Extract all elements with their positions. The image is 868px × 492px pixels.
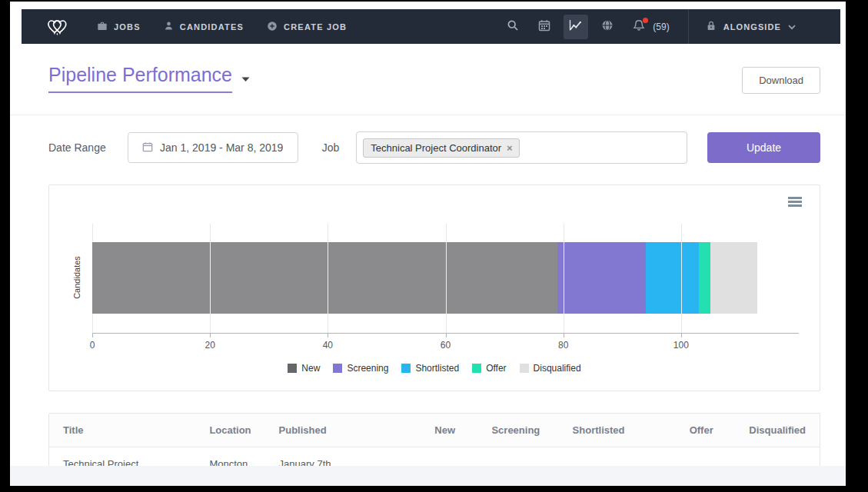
legend-swatch <box>288 364 297 373</box>
date-range-value: Jan 1, 2019 - Mar 8, 2019 <box>160 141 283 154</box>
x-tick-mark <box>328 333 328 337</box>
x-tick-mark <box>446 333 447 337</box>
chart-card: Candidates 020406080100 NewScreeningShor… <box>48 184 820 391</box>
chart-plot-wrapper: Candidates 020406080100 <box>92 224 799 357</box>
x-tick-mark <box>564 333 564 337</box>
calendar-icon <box>538 19 550 35</box>
line-chart-icon <box>569 19 583 35</box>
job-tag-chip: Technical Project Coordinator × <box>363 138 519 158</box>
legend-item-shortlisted[interactable]: Shortlisted <box>401 363 459 374</box>
app-window: JOBS CANDIDATES CREATE JOB <box>10 2 846 486</box>
plus-circle-icon <box>267 21 278 33</box>
legend-swatch <box>401 364 411 373</box>
x-tick-label: 60 <box>441 340 451 351</box>
x-tick-label: 100 <box>673 340 689 351</box>
bar-segment-shortlisted[interactable] <box>646 242 699 314</box>
nav-item-label: JOBS <box>114 22 141 32</box>
column-header-screening: Screening <box>469 414 554 447</box>
nav-item-label: CANDIDATES <box>180 22 244 32</box>
nav-item-jobs[interactable]: JOBS <box>97 21 141 33</box>
navbar-divider <box>688 9 689 44</box>
bar-segment-new[interactable] <box>92 242 557 314</box>
y-axis-label: Candidates <box>72 256 81 299</box>
job-tag-label: Technical Project Coordinator <box>371 142 501 154</box>
legend-swatch <box>333 364 342 373</box>
bar-segment-screening[interactable] <box>557 242 646 314</box>
page-header: Pipeline Performance Download <box>10 44 846 115</box>
x-tick-label: 0 <box>90 340 95 351</box>
chevron-down-icon <box>788 22 796 32</box>
bar-gridline-overlay <box>564 242 564 314</box>
page-title: Pipeline Performance <box>48 64 232 93</box>
column-header-location: Location <box>195 414 264 447</box>
alongside-hearts-logo-icon <box>45 14 72 40</box>
x-tick-mark <box>92 333 93 337</box>
column-header-title: Title <box>49 414 195 447</box>
legend-label: Disqualified <box>534 363 581 374</box>
report-selector[interactable]: Pipeline Performance <box>48 64 250 93</box>
date-range-input[interactable]: Jan 1, 2019 - Mar 8, 2019 <box>128 132 298 163</box>
caret-down-icon <box>241 71 250 85</box>
filter-bar: Date Range Jan 1, 2019 - Mar 8, 2019 Job… <box>10 115 846 164</box>
notifications-button[interactable] <box>627 15 651 39</box>
top-navbar: JOBS CANDIDATES CREATE JOB <box>22 9 840 44</box>
bar-gridline-overlay <box>328 242 328 314</box>
legend-label: Offer <box>486 363 506 374</box>
nav-item-create-job[interactable]: CREATE JOB <box>267 21 347 33</box>
x-axis-ticks: 020406080100 <box>92 340 799 357</box>
legend-item-disqualified[interactable]: Disqualified <box>520 363 581 374</box>
search-button[interactable] <box>501 15 525 39</box>
update-button[interactable]: Update <box>707 132 820 163</box>
globe-button[interactable] <box>595 15 620 39</box>
job-label: Job <box>322 141 340 154</box>
table-header-row: TitleLocationPublishedNewScreeningShortl… <box>49 414 820 447</box>
calendar-small-icon <box>142 141 153 155</box>
briefcase-icon <box>97 21 108 33</box>
x-tick-label: 20 <box>205 340 215 351</box>
main-menu: JOBS CANDIDATES CREATE JOB <box>97 21 347 33</box>
bar-segment-offer[interactable] <box>699 242 710 314</box>
search-icon <box>507 19 519 35</box>
x-tick-label: 80 <box>558 340 568 351</box>
bar-gridline-overlay <box>681 242 682 314</box>
legend-swatch <box>520 364 529 373</box>
remove-tag-icon[interactable]: × <box>507 143 513 153</box>
legend-item-offer[interactable]: Offer <box>472 363 506 374</box>
account-label: ALONGSIDE <box>723 22 781 32</box>
column-header-published: Published <box>265 414 369 447</box>
navbar-right: (59) ALONGSIDE <box>494 9 840 44</box>
legend-item-screening[interactable]: Screening <box>333 363 388 374</box>
main-content: Candidates 020406080100 NewScreeningShor… <box>10 184 846 486</box>
date-range-label: Date Range <box>48 141 106 154</box>
person-icon <box>164 21 174 32</box>
legend-item-new[interactable]: New <box>288 363 320 374</box>
legend-label: Screening <box>347 363 388 374</box>
account-menu[interactable]: ALONGSIDE <box>706 20 840 33</box>
bar-gridline-overlay <box>210 242 211 314</box>
footer-strip <box>10 466 846 486</box>
job-multiselect-input[interactable]: Technical Project Coordinator × <box>356 131 687 164</box>
globe-icon <box>601 19 614 35</box>
download-button[interactable]: Download <box>742 67 820 94</box>
legend-swatch <box>472 364 481 373</box>
brand-logo[interactable] <box>22 14 97 40</box>
plot-area <box>92 224 799 334</box>
notification-dot <box>643 18 648 23</box>
calendar-button[interactable] <box>532 15 557 39</box>
chart-legend: NewScreeningShortlistedOfferDisqualified <box>49 363 820 374</box>
account-lock-icon <box>706 20 717 33</box>
x-tick-mark <box>210 333 211 337</box>
bar-segment-disqualified[interactable] <box>710 242 757 314</box>
legend-label: Shortlisted <box>415 363 459 374</box>
notification-count: (59) <box>653 22 669 32</box>
nav-item-candidates[interactable]: CANDIDATES <box>164 21 244 32</box>
column-header-disqualified: Disqualified <box>727 414 820 447</box>
column-header-new: New <box>369 414 469 447</box>
nav-item-label: CREATE JOB <box>284 22 347 32</box>
chart-menu-icon[interactable] <box>788 197 802 208</box>
bar-gridline-overlay <box>446 242 447 314</box>
x-tick-label: 40 <box>323 340 333 351</box>
column-header-offer: Offer <box>639 414 727 447</box>
reports-button[interactable] <box>564 15 588 39</box>
legend-label: New <box>301 363 320 374</box>
